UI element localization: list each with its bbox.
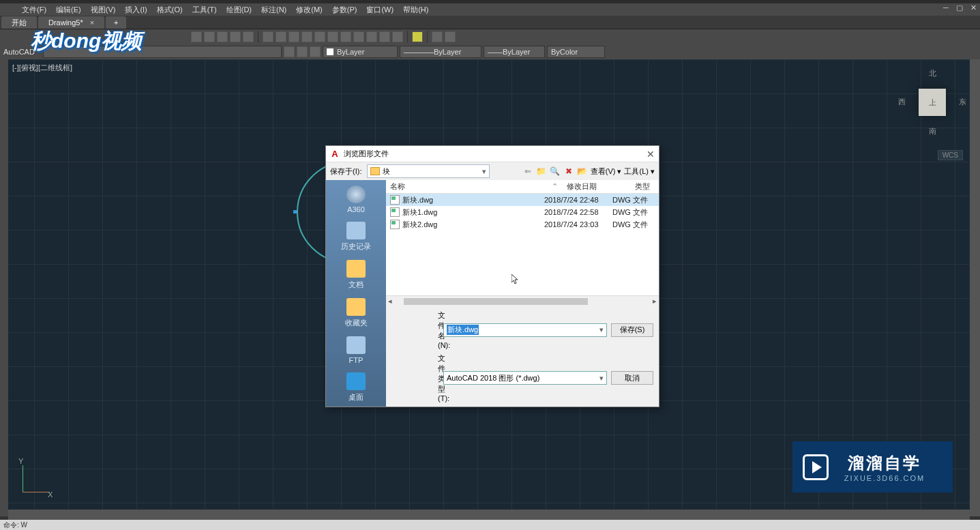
back-icon[interactable]: ⇐ [522, 166, 533, 177]
column-date[interactable]: 修改日期 [567, 181, 635, 192]
tool-icon[interactable] [310, 46, 321, 57]
menu-file[interactable]: 文件(F) [17, 5, 51, 15]
tool-icon[interactable] [217, 31, 228, 42]
file-name: 新块1.dwg [402, 207, 544, 218]
tool-icon[interactable] [432, 31, 443, 42]
file-row[interactable]: 新块1.dwg 2018/7/24 22:58 DWG 文件 [386, 206, 659, 218]
tool-icon[interactable] [327, 31, 338, 42]
tool-icon[interactable] [379, 31, 390, 42]
menu-window[interactable]: 窗口(W) [361, 5, 398, 15]
tool-icon[interactable] [297, 46, 308, 57]
menu-format[interactable]: 格式(O) [152, 5, 188, 15]
tool-icon[interactable] [301, 31, 312, 42]
file-list[interactable]: 新块.dwg 2018/7/24 22:48 DWG 文件 新块1.dwg 20… [386, 194, 659, 295]
maximize-button[interactable]: ▢ [953, 3, 966, 12]
viewcube-east[interactable]: 东 [959, 97, 966, 107]
folder-name: 块 [383, 166, 390, 177]
folder-dropdown[interactable]: 块 ▾ [367, 164, 490, 178]
linetype-dropdown[interactable]: ByLayer [323, 46, 398, 58]
scroll-right-icon[interactable]: ▸ [653, 297, 657, 306]
menu-edit[interactable]: 编辑(E) [51, 5, 86, 15]
menu-help[interactable]: 帮助(H) [398, 5, 433, 15]
cancel-button[interactable]: 取消 [611, 371, 653, 385]
tool-icon[interactable] [276, 31, 286, 42]
view-cube[interactable]: 北 南 西 东 上 [898, 68, 966, 136]
file-row[interactable]: 新块2.dwg 2018/7/24 23:03 DWG 文件 [386, 218, 659, 231]
menu-view[interactable]: 视图(V) [86, 5, 121, 15]
file-list-header: 名称 ⌃ 修改日期 类型 [386, 180, 659, 194]
viewcube-north[interactable]: 北 [929, 68, 936, 78]
autocad-logo-icon: A [330, 149, 340, 159]
column-type[interactable]: 类型 [635, 181, 659, 192]
tab-close-icon[interactable]: × [90, 18, 94, 27]
file-type: DWG 文件 [612, 195, 659, 205]
place-history[interactable]: 历史记录 [341, 222, 371, 252]
tool-icon[interactable] [412, 31, 423, 42]
file-list-hscroll[interactable]: ◂ ▸ [386, 295, 659, 306]
place-ftp[interactable]: FTP [346, 336, 366, 364]
horizontal-scrollbar[interactable] [8, 510, 970, 520]
play-icon [803, 454, 829, 480]
lineweight-dropdown[interactable]: ———— ByLayer [400, 46, 481, 58]
file-name: 新块.dwg [402, 195, 544, 205]
tool-icon[interactable] [288, 31, 299, 42]
new-folder-icon[interactable]: 📂 [577, 166, 588, 177]
menu-tools[interactable]: 工具(T) [188, 5, 222, 15]
plotstyle-dropdown[interactable]: —— ByLayer [484, 46, 545, 58]
viewcube-west[interactable]: 西 [898, 97, 906, 107]
filename-value: 新块.dwg [447, 325, 479, 335]
tool-icon[interactable] [191, 31, 202, 42]
minimize-button[interactable]: ─ [939, 3, 953, 12]
filetype-dropdown[interactable]: AutoCAD 2018 图形 (*.dwg)▾ [443, 371, 607, 385]
tool-icon[interactable] [204, 31, 215, 42]
viewcube-top-face[interactable]: 上 [919, 89, 946, 116]
filetype-label: 文件类型(T): [391, 353, 439, 402]
filetype-value: AutoCAD 2018 图形 (*.dwg) [447, 373, 539, 383]
tool-icon[interactable] [445, 31, 456, 42]
tool-icon[interactable] [314, 31, 325, 42]
viewport-label[interactable]: [-][俯视][二维线框] [12, 63, 72, 73]
command-line[interactable]: 命令: W [0, 520, 980, 530]
dropdown-value: ByLayer [434, 48, 461, 56]
dialog-title: 浏览图形文件 [344, 149, 389, 159]
place-documents[interactable]: 文档 [346, 260, 366, 290]
tools-menu[interactable]: 工具(L) ▾ [624, 166, 655, 177]
menu-parametric[interactable]: 参数(P) [327, 5, 362, 15]
tool-icon[interactable] [284, 46, 295, 57]
menu-modify[interactable]: 修改(M) [291, 5, 327, 15]
up-folder-icon[interactable]: 📁 [536, 166, 547, 177]
vertical-scrollbar[interactable] [970, 59, 980, 516]
scroll-left-icon[interactable]: ◂ [388, 297, 392, 306]
delete-icon[interactable]: ✖ [563, 166, 574, 177]
watermark-logo-1: 秒dong视频 [31, 27, 142, 55]
view-menu[interactable]: 查看(V) ▾ [591, 166, 622, 177]
place-a360[interactable]: A360 [346, 186, 366, 214]
file-name: 新块2.dwg [402, 220, 544, 230]
place-favorites[interactable]: 收藏夹 [345, 298, 368, 328]
menu-dimension[interactable]: 标注(N) [256, 5, 291, 15]
place-desktop[interactable]: 桌面 [346, 372, 366, 402]
tool-icon[interactable] [340, 31, 351, 42]
save-file-dialog: A 浏览图形文件 ✕ 保存于(I): 块 ▾ ⇐ 📁 🔍 ✖ 📂 查看(V) ▾… [325, 145, 659, 407]
close-window-button[interactable]: ✕ [966, 3, 980, 12]
tool-icon[interactable] [392, 31, 403, 42]
tool-icon[interactable] [366, 31, 377, 42]
dialog-close-button[interactable]: ✕ [647, 149, 655, 160]
tool-icon[interactable] [243, 31, 254, 42]
menu-draw[interactable]: 绘图(D) [222, 5, 256, 15]
scrollbar-thumb[interactable] [404, 298, 588, 305]
search-icon[interactable]: 🔍 [550, 166, 561, 177]
column-name[interactable]: 名称 [386, 181, 543, 192]
tool-icon[interactable] [263, 31, 273, 42]
filename-input[interactable]: 新块.dwg▾ [443, 323, 607, 337]
place-label: FTP [349, 356, 363, 364]
tool-icon[interactable] [230, 31, 241, 42]
wcs-badge[interactable]: WCS [938, 150, 963, 160]
file-row[interactable]: 新块.dwg 2018/7/24 22:48 DWG 文件 [386, 194, 659, 206]
menu-insert[interactable]: 插入(I) [120, 5, 151, 15]
color-dropdown[interactable]: ByColor [547, 46, 605, 58]
grip-point[interactable] [293, 210, 297, 214]
save-button[interactable]: 保存(S) [611, 323, 653, 337]
tool-icon[interactable] [353, 31, 364, 42]
viewcube-south[interactable]: 南 [929, 126, 936, 136]
